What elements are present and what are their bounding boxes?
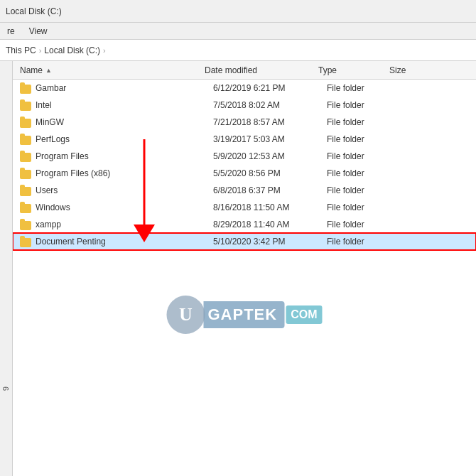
watermark-u-letter: U [179,304,193,325]
table-row[interactable]: Gambar6/12/2019 6:21 PMFile folder [13,80,476,97]
file-name: Windows [36,202,213,212]
table-row[interactable]: Document Penting5/10/2020 3:42 PMFile fo… [13,233,476,250]
watermark: U GAPTEK COM [166,296,322,334]
file-name: xampp [36,220,213,229]
file-type: File folder [327,185,398,195]
table-row[interactable]: Users6/8/2018 6:37 PMFile folder [13,182,476,199]
watermark-gaptek-text: GAPTEK [207,305,277,323]
file-rows-container: Gambar6/12/2019 6:21 PMFile folderIntel7… [13,80,476,250]
file-type: File folder [327,202,398,212]
title-bar-text: Local Disk (C:) [6,6,62,16]
file-type: File folder [327,117,398,127]
col-header-name[interactable]: Name ▲ [20,65,205,75]
table-row[interactable]: Program Files5/9/2020 12:53 AMFile folde… [13,148,476,165]
watermark-circle: U [166,296,205,334]
table-row[interactable]: MinGW7/21/2018 8:57 AMFile folder [13,114,476,131]
menu-bar: re View [0,23,476,40]
file-name: Program Files (x86) [36,168,213,178]
file-name: MinGW [36,117,213,127]
file-type: File folder [327,100,398,110]
menu-item-re[interactable]: re [3,25,19,38]
file-date: 5/10/2020 3:42 PM [213,237,327,247]
file-date: 5/5/2020 8:56 PM [213,168,327,178]
file-type: File folder [327,220,398,229]
left-nav-number: 6 [1,386,10,391]
breadcrumb-thispc[interactable]: This PC [6,45,36,55]
file-name: Users [36,185,213,195]
file-date: 6/8/2018 6:37 PM [213,185,327,195]
address-bar: This PC › Local Disk (C:) › [0,40,476,61]
table-row[interactable]: xampp8/29/2018 11:40 AMFile folder [13,216,476,233]
breadcrumb-sep2: › [103,46,106,55]
breadcrumb-sep1: › [39,46,42,55]
table-row[interactable]: Windows8/16/2018 11:50 AMFile folder [13,199,476,216]
table-row[interactable]: Intel7/5/2018 8:02 AMFile folder [13,97,476,114]
col-header-date[interactable]: Date modified [205,65,318,75]
file-type: File folder [327,134,398,144]
file-name: Gambar [36,83,213,93]
title-bar: Local Disk (C:) [0,0,476,23]
file-type: File folder [327,151,398,161]
file-name: Document Penting [36,237,213,247]
column-headers: Name ▲ Date modified Type Size [13,61,476,80]
table-row[interactable]: PerfLogs3/19/2017 5:03 AMFile folder [13,131,476,148]
file-name: PerfLogs [36,134,213,144]
watermark-com-text: COM [291,308,317,320]
col-header-type[interactable]: Type [318,65,389,75]
sidebar: 6 [0,61,13,476]
file-type: File folder [327,168,398,178]
file-name: Intel [36,100,213,110]
file-date: 3/19/2017 5:03 AM [213,134,327,144]
file-name: Program Files [36,151,213,161]
watermark-gaptek-part: GAPTEK [203,301,284,328]
breadcrumb-localdisk[interactable]: Local Disk (C:) [44,45,100,55]
file-type: File folder [327,237,398,247]
file-date: 8/29/2018 11:40 AM [213,220,327,229]
menu-item-view[interactable]: View [25,25,52,38]
file-date: 7/21/2018 8:57 AM [213,117,327,127]
table-row[interactable]: Program Files (x86)5/5/2020 8:56 PMFile … [13,165,476,182]
sort-arrow: ▲ [45,67,52,74]
file-type: File folder [327,83,398,93]
main-area: 6 Name ▲ Date modified Type Size Gambar6… [0,61,476,476]
col-header-size[interactable]: Size [389,65,446,75]
file-date: 8/16/2018 11:50 AM [213,202,327,212]
file-date: 5/9/2020 12:53 AM [213,151,327,161]
file-list-area: Name ▲ Date modified Type Size Gambar6/1… [13,61,476,476]
file-date: 7/5/2018 8:02 AM [213,100,327,110]
watermark-com-box: COM [286,305,322,324]
file-date: 6/12/2019 6:21 PM [213,83,327,93]
